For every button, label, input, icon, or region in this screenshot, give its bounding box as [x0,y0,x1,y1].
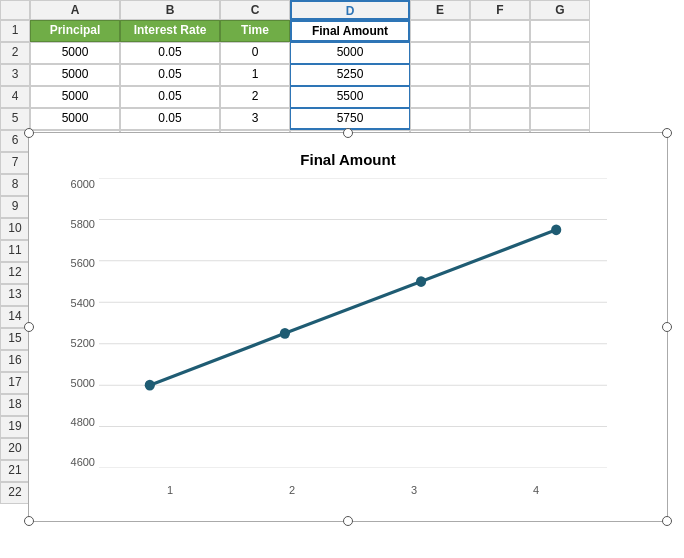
row-2: 2 5000 0.05 0 5000 [0,42,684,64]
col-b-header: B [120,0,220,20]
cell-c4[interactable]: 2 [220,86,290,108]
cell-a1[interactable]: Principal [30,20,120,42]
cell-e5[interactable] [410,108,470,130]
cell-g5[interactable] [530,108,590,130]
x-axis-labels: 1 2 3 4 [99,484,607,496]
svg-point-10 [416,276,426,287]
cell-e1[interactable] [410,20,470,42]
cell-b5[interactable]: 0.05 [120,108,220,130]
rownum-17: 17 [0,372,30,394]
corner-cell [0,0,30,20]
cell-c5[interactable]: 3 [220,108,290,130]
cell-a4[interactable]: 5000 [30,86,120,108]
y-label-6000: 6000 [47,178,95,190]
col-c-header: C [220,0,290,20]
rownum-3: 3 [0,64,30,86]
y-label-5600: 5600 [47,257,95,269]
rownum-18: 18 [0,394,30,416]
cell-f1[interactable] [470,20,530,42]
cell-d1[interactable]: Final Amount [290,20,410,42]
cell-e4[interactable] [410,86,470,108]
cell-a3[interactable]: 5000 [30,64,120,86]
rownum-7: 7 [0,152,30,174]
y-label-5000: 5000 [47,377,95,389]
cell-f2[interactable] [470,42,530,64]
y-label-4600: 4600 [47,456,95,468]
y-axis-labels: 6000 5800 5600 5400 5200 5000 4800 4600 [47,178,95,468]
cell-b4[interactable]: 0.05 [120,86,220,108]
cell-d3[interactable]: 5250 [290,64,410,86]
x-label-1: 1 [167,484,173,496]
cell-b3[interactable]: 0.05 [120,64,220,86]
cell-f5[interactable] [470,108,530,130]
cell-c3[interactable]: 1 [220,64,290,86]
rownum-12: 12 [0,262,30,284]
cell-b1[interactable]: Interest Rate [120,20,220,42]
rownum-1: 1 [0,20,30,42]
cell-g1[interactable] [530,20,590,42]
rownum-4: 4 [0,86,30,108]
cell-d5[interactable]: 5750 [290,108,410,130]
cell-d2[interactable]: 5000 [290,42,410,64]
col-e-header: E [410,0,470,20]
col-f-header: F [470,0,530,20]
x-label-4: 4 [533,484,539,496]
col-d-header: D [290,0,410,20]
row-5: 5 5000 0.05 3 5750 [0,108,684,130]
rownum-13: 13 [0,284,30,306]
cell-c1[interactable]: Time [220,20,290,42]
y-label-5800: 5800 [47,218,95,230]
chart-area: 6000 5800 5600 5400 5200 5000 4800 4600 … [99,178,607,468]
spreadsheet: A B C D E F G 1 Principal Interest Rate … [0,0,684,558]
svg-point-9 [280,328,290,339]
cell-g2[interactable] [530,42,590,64]
cell-g3[interactable] [530,64,590,86]
row-1: 1 Principal Interest Rate Time Final Amo… [0,20,684,42]
rownum-20: 20 [0,438,30,460]
rownum-2: 2 [0,42,30,64]
rownum-16: 16 [0,350,30,372]
rownum-22: 22 [0,482,30,504]
rownum-21: 21 [0,460,30,482]
rownum-10: 10 [0,218,30,240]
cell-c2[interactable]: 0 [220,42,290,64]
y-label-4800: 4800 [47,416,95,428]
cell-a5[interactable]: 5000 [30,108,120,130]
svg-point-8 [145,380,155,391]
cell-g4[interactable] [530,86,590,108]
chart-svg [99,178,607,468]
x-label-3: 3 [411,484,417,496]
cell-a2[interactable]: 5000 [30,42,120,64]
row-3: 3 5000 0.05 1 5250 [0,64,684,86]
x-label-2: 2 [289,484,295,496]
y-label-5400: 5400 [47,297,95,309]
col-a-header: A [30,0,120,20]
rownum-11: 11 [0,240,30,262]
column-headers: A B C D E F G [0,0,684,20]
rownum-19: 19 [0,416,30,438]
row-4: 4 5000 0.05 2 5500 [0,86,684,108]
y-label-5200: 5200 [47,337,95,349]
rownum-8: 8 [0,174,30,196]
cell-f4[interactable] [470,86,530,108]
rownum-9: 9 [0,196,30,218]
cell-b2[interactable]: 0.05 [120,42,220,64]
cell-e2[interactable] [410,42,470,64]
cell-d4[interactable]: 5500 [290,86,410,108]
svg-point-11 [551,224,561,235]
rownum-5: 5 [0,108,30,130]
chart-inner: Final Amount [29,133,667,521]
cell-f3[interactable] [470,64,530,86]
cell-e3[interactable] [410,64,470,86]
chart-title: Final Amount [39,151,657,168]
col-g-header: G [530,0,590,20]
chart-container[interactable]: Final Amount [28,132,668,522]
